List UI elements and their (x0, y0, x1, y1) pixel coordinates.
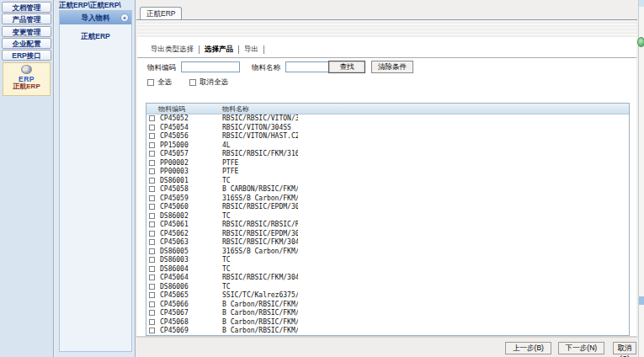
row-material-code: DS86005 (160, 248, 189, 257)
row-material-name: B CARBON/RBSIC/FKM/3... (222, 185, 298, 194)
table-row[interactable]: CP45069B Carbon/RBSIC/FKM/3... (146, 327, 629, 336)
row-material-name: PTFE (222, 159, 298, 168)
column-header-name[interactable]: 物料名称 (222, 104, 249, 115)
materials-table: 物料编码 物料名称 CP45052RBSIC/RBSIC/VITON/316SS… (146, 103, 630, 336)
table-row[interactable]: CP45063RBSIC/RBSIC/FKM/304SS (146, 238, 629, 248)
table-row[interactable]: CP45066B Carbon/RBSIC/FKM/3... (146, 301, 629, 310)
row-checkbox[interactable] (149, 292, 155, 298)
table-row[interactable]: PP00003PTFE (146, 168, 629, 177)
table-header: 物料编码 物料名称 (146, 104, 629, 115)
row-checkbox[interactable] (149, 160, 155, 166)
row-material-code: CP45068 (160, 318, 189, 328)
table-row[interactable]: CP45056RBSIC/VITON/HAST.C276X3 (146, 132, 629, 141)
deselect-all-checkbox[interactable] (189, 79, 196, 86)
table-row[interactable]: CP45065SSIC/TC/Kalrez6375/S... (146, 291, 629, 301)
row-material-code: PP15000 (160, 141, 189, 151)
table-row[interactable]: DS86002TC (146, 212, 629, 221)
select-all-group: 全选 (147, 77, 172, 88)
row-checkbox[interactable] (149, 142, 155, 148)
find-button[interactable]: 查找 (328, 61, 365, 73)
tab-zhenghang-erp[interactable]: 正航ERP (140, 7, 182, 19)
table-row[interactable]: DS86001TC (146, 177, 629, 186)
chevron-up-icon[interactable]: « (120, 13, 129, 22)
column-header-code[interactable]: 物料编码 (158, 104, 185, 115)
next-button[interactable]: 下一步(N) (558, 342, 604, 354)
row-material-name: 4L (222, 141, 298, 151)
row-checkbox[interactable] (149, 248, 155, 254)
table-row[interactable]: PP00002PTFE (146, 159, 629, 168)
wizard-content: 导出类型选择选择产品导出 物料编码 物料名称 查找 清除条件 全选 取消全选 物… (137, 37, 636, 336)
row-checkbox[interactable] (149, 133, 155, 139)
material-code-label: 物料编码 (147, 62, 176, 73)
row-checkbox[interactable] (149, 284, 155, 290)
step-tab-1[interactable]: 选择产品 (200, 45, 238, 55)
sidebar-item-1[interactable]: 产品管理 (2, 13, 51, 24)
row-checkbox[interactable] (149, 274, 155, 280)
step-tab-2[interactable]: 导出 (239, 45, 263, 55)
table-row[interactable]: CP45061RBSIC/RBSIC/RBSIC/RB... (146, 221, 629, 230)
globe-erp-icon (21, 65, 32, 74)
table-row[interactable]: CP45058B CARBON/RBSIC/FKM/3... (146, 185, 629, 194)
row-material-name: TC (222, 283, 298, 292)
material-code-input[interactable] (181, 61, 240, 72)
table-row[interactable]: CP45068B Carbon/RBSIC/FKM/3... (146, 318, 629, 328)
row-checkbox[interactable] (149, 186, 155, 192)
row-material-code: PP00002 (160, 159, 189, 168)
row-checkbox[interactable] (149, 125, 155, 131)
row-checkbox[interactable] (149, 257, 155, 263)
table-row[interactable]: CP45054RBSIC/VITON/304SS (146, 124, 629, 133)
row-checkbox[interactable] (149, 168, 155, 174)
table-row[interactable]: DS86006TC (146, 283, 629, 292)
sidebar-item-0[interactable]: 文档管理 (2, 2, 51, 13)
row-checkbox[interactable] (149, 178, 155, 184)
table-row[interactable]: DS86004TC (146, 265, 629, 274)
back-button[interactable]: 上一步(B) (505, 342, 551, 354)
table-row[interactable]: CP45059316SS/B Carbon/FKM/3... (146, 194, 629, 204)
row-material-code: CP45061 (160, 221, 189, 230)
row-material-name: RBSIC/VITON/304SS (222, 124, 298, 133)
background-window-titlebar (639, 0, 644, 7)
row-checkbox[interactable] (149, 204, 155, 210)
sidebar-item-3[interactable]: 企业配置 (2, 38, 51, 49)
table-row[interactable]: CP45052RBSIC/RBSIC/VITON/316SS (146, 115, 629, 124)
row-checkbox[interactable] (149, 221, 155, 227)
nav-group-title: 导入物料 (82, 13, 110, 22)
sidebar-item-2[interactable]: 变更管理 (2, 26, 51, 37)
table-row[interactable]: DS86003TC (146, 256, 629, 265)
row-checkbox[interactable] (149, 328, 155, 333)
row-material-code: DS86006 (160, 283, 189, 292)
table-row[interactable]: CP45060RBSIC/RBSIC/EPDM/304SS (146, 203, 629, 212)
cancel-button[interactable]: 取消(C) (613, 342, 636, 354)
nav-item-zhenghang-erp[interactable]: 正航ERP (60, 31, 131, 41)
row-material-name: RBSIC/RBSIC/VITON/316SS (222, 115, 298, 124)
row-checkbox[interactable] (149, 151, 155, 157)
row-checkbox[interactable] (149, 301, 155, 307)
row-checkbox[interactable] (149, 213, 155, 219)
table-row[interactable]: CP45062RBSIC/RBSIC/EPDM/304SS (146, 230, 629, 239)
table-row[interactable]: DS86005316SS/B Carbon/FKM/3... (146, 248, 629, 257)
clear-conditions-button[interactable]: 清除条件 (371, 61, 413, 73)
row-checkbox[interactable] (149, 239, 155, 245)
row-checkbox[interactable] (149, 115, 155, 121)
step-tab-0[interactable]: 导出类型选择 (146, 45, 199, 55)
row-checkbox[interactable] (149, 310, 155, 316)
select-all-checkbox[interactable] (147, 79, 154, 86)
table-row[interactable]: CP45057RBSIC/RBSIC/FKM/316SS (146, 150, 629, 159)
row-material-code: CP45065 (160, 291, 189, 301)
wizard-step-tabs: 导出类型选择选择产品导出 (146, 44, 264, 56)
row-checkbox[interactable] (149, 231, 155, 237)
step-tab-separator (263, 45, 264, 54)
table-row[interactable]: CP45064RBSIC/RBSIC/FKM/304SS (146, 274, 629, 283)
row-checkbox[interactable] (149, 195, 155, 201)
table-row[interactable]: PP150004L (146, 141, 629, 151)
table-row[interactable]: CP45067B Carbon/RBSIC/FKM/3... (146, 309, 629, 318)
row-material-code: DS86003 (160, 256, 189, 265)
erp-item-label: 正航ERP (3, 83, 50, 91)
sidebar-item-erp-selected[interactable]: ERP 正航ERP (3, 62, 51, 96)
row-checkbox[interactable] (149, 266, 155, 272)
row-material-name: RBSIC/RBSIC/FKM/304SS (222, 274, 298, 283)
nav-group-header[interactable]: 导入物料 « (60, 11, 131, 24)
sidebar-item-4[interactable]: ERP接口 (2, 50, 51, 61)
row-checkbox[interactable] (149, 319, 155, 325)
row-material-name: RBSIC/RBSIC/EPDM/304SS (222, 203, 298, 212)
